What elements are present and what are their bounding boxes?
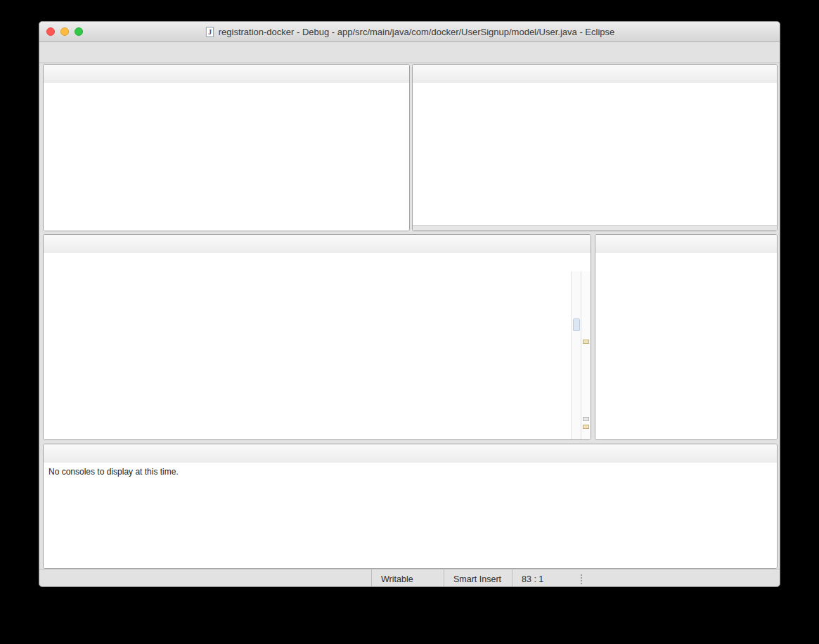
outline-tree: [595, 270, 777, 439]
outline-toolbar: [595, 253, 777, 270]
status-spacer: [39, 569, 371, 587]
status-cursor-position: 83 : 1: [512, 569, 581, 587]
status-drag-handle[interactable]: [581, 574, 582, 584]
debug-view: [43, 64, 410, 231]
svg-text:J: J: [208, 28, 212, 36]
outline-view-header: [595, 235, 777, 254]
debug-view-header: [44, 65, 409, 84]
window-title: J registration-docker - Debug - app/src/…: [205, 27, 615, 37]
window-titlebar[interactable]: J registration-docker - Debug - app/src/…: [39, 22, 780, 42]
traffic-lights: [46, 22, 83, 41]
console-view-header: [44, 444, 777, 463]
occurrence-marker[interactable]: [583, 425, 589, 429]
java-file-icon: J: [205, 27, 215, 37]
detail-pane-sash[interactable]: [413, 225, 777, 231]
editor-scrollbar[interactable]: [571, 271, 581, 439]
variables-view-header: [413, 65, 777, 84]
minimize-window-button[interactable]: [60, 27, 69, 36]
status-writable: Writable: [371, 569, 444, 587]
scrollbar-thumb[interactable]: [573, 318, 580, 331]
console-view: No consoles to display at this time.: [43, 444, 778, 569]
editor-area: [43, 234, 591, 440]
occurrence-marker[interactable]: [583, 340, 589, 344]
eclipse-window: J registration-docker - Debug - app/src/…: [39, 21, 780, 587]
annotation-marker[interactable]: [583, 417, 589, 421]
close-window-button[interactable]: [46, 27, 55, 36]
console-body: No consoles to display at this time.: [44, 463, 777, 568]
editor-body[interactable]: [44, 253, 591, 439]
outline-view: [595, 234, 778, 440]
variables-view: [412, 64, 778, 231]
status-bar: Writable Smart Insert 83 : 1: [39, 569, 780, 587]
window-title-text: registration-docker - Debug - app/src/ma…: [219, 27, 615, 37]
console-message: No consoles to display at this time.: [44, 463, 777, 481]
zoom-window-button[interactable]: [75, 27, 83, 36]
debug-thread-tree: [44, 83, 409, 231]
status-insert-mode: Smart Insert: [444, 569, 512, 587]
overview-ruler[interactable]: [581, 271, 591, 439]
variables-tree: [413, 83, 777, 231]
editor-tab-bar: [44, 235, 591, 254]
main-toolbar: [39, 42, 780, 63]
